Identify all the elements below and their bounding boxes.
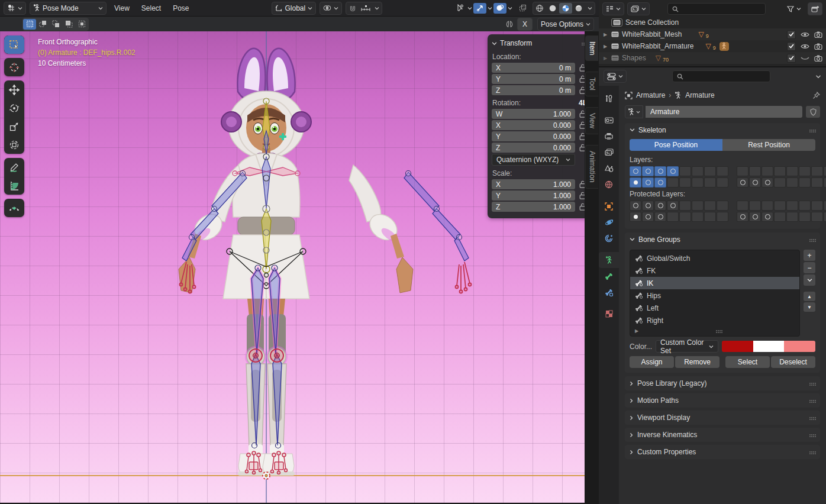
assign-button[interactable]: Assign [630,356,674,368]
expand-arrow-icon[interactable]: ▶ [602,44,608,49]
bone-group-specials-button[interactable] [804,274,815,286]
tool-scale[interactable] [4,117,24,135]
layer-toggle[interactable] [717,212,728,222]
outliner-filter-button[interactable] [783,2,805,15]
layer-toggle[interactable] [642,177,654,188]
select-mode-set-icon[interactable] [23,19,36,30]
layer-toggle[interactable] [786,177,798,188]
outliner-row-whiterabbit-mesh[interactable]: ▶ WhiteRabbit_Mesh ▽9 [599,28,826,40]
show-gizmos-icon[interactable] [473,3,486,14]
layer-toggle[interactable] [786,212,798,222]
layer-toggle[interactable] [762,212,773,222]
layer-toggle[interactable] [704,201,716,211]
layer-toggle[interactable] [667,166,679,176]
layer-toggle[interactable] [717,201,728,211]
layer-toggle[interactable] [774,212,786,222]
bone-group-item[interactable]: Hips [630,289,799,302]
outliner-row-shapes[interactable]: ▶ Shapes ▽70 [599,52,826,64]
layer-toggle[interactable] [654,177,666,188]
layer-toggle[interactable] [786,166,798,176]
tool-rotate[interactable] [4,99,24,117]
layer-toggle[interactable] [667,177,679,188]
breadcrumb-object[interactable]: Armature [636,91,665,99]
layer-toggle[interactable] [799,212,811,222]
tab-bone[interactable] [599,268,619,284]
tab-bone-constraints[interactable] [599,284,619,300]
rotation-x-field[interactable]: X0.000 [492,120,575,130]
pose-position-button[interactable]: Pose Position [630,139,722,151]
bone-groups-panel-header[interactable]: Bone Groups [625,232,820,246]
layer-toggle[interactable] [824,166,826,176]
scale-x-field[interactable]: X1.000 [492,179,575,189]
layer-toggle[interactable] [654,166,666,176]
scene-collection-row[interactable]: Scene Collection [599,17,826,28]
tab-object[interactable] [599,198,619,214]
layer-toggle[interactable] [704,212,716,222]
tool-measure[interactable] [4,176,24,195]
panel-grip[interactable] [809,239,811,240]
location-z-field[interactable]: Z0 m [492,85,575,95]
layer-toggle[interactable] [824,201,826,211]
layer-toggle[interactable] [737,201,748,211]
panel-grip[interactable] [809,417,811,418]
normal-color-swatch[interactable] [722,341,753,352]
panel-grip[interactable] [582,43,583,44]
tool-pose-breakdowner[interactable] [4,199,24,217]
editor-type-button[interactable] [4,2,26,15]
properties-options-dropdown[interactable] [815,75,821,79]
scale-y-field[interactable]: Y1.000 [492,190,575,201]
active-color-swatch[interactable] [784,341,815,352]
layer-toggle[interactable] [704,166,716,176]
remove-bone-group-button[interactable]: − [804,262,815,273]
datablock-name-field[interactable]: Armature [646,106,802,118]
list-expand-icon[interactable]: ▶ [635,328,638,334]
panel-motion-paths[interactable]: Motion Paths [625,393,820,408]
panel-custom-properties[interactable]: Custom Properties [625,445,820,459]
outliner-display-mode-button[interactable] [627,2,650,15]
eye-closed-icon[interactable] [801,55,809,62]
layer-toggle[interactable] [679,166,691,176]
panel-grip[interactable] [809,383,811,384]
menu-pose[interactable]: Pose [169,2,193,15]
select-button[interactable]: Select [725,356,770,368]
tool-move[interactable] [4,80,24,99]
layer-toggle[interactable] [692,166,704,176]
chevron-down-icon[interactable] [508,7,512,10]
eye-icon[interactable] [801,31,809,38]
shading-solid-icon[interactable] [546,3,559,14]
chevron-down-icon[interactable] [372,7,382,10]
rest-position-button[interactable]: Rest Position [722,139,815,151]
datablock-type-dropdown[interactable] [625,105,643,118]
bone-group-item[interactable]: Global/Switch [630,252,799,264]
panel-grip[interactable] [809,130,811,131]
transform-orientation-dropdown[interactable]: Global [272,2,317,15]
collection-checkbox[interactable] [787,54,796,63]
select-color-swatch[interactable] [753,341,785,352]
sidebar-tab-animation[interactable]: Animation [585,145,598,188]
rotation-y-field[interactable]: Y0.000 [492,131,575,141]
outliner-search-input[interactable] [682,4,749,14]
layer-toggle[interactable] [762,177,773,188]
new-collection-button[interactable] [808,2,822,15]
layer-toggle[interactable] [642,212,654,222]
sidebar-tab-tool[interactable]: Tool [585,72,598,96]
location-x-field[interactable]: X0 m [492,63,575,73]
breadcrumb-data[interactable]: Armature [685,91,714,99]
select-mode-extend-icon[interactable] [36,19,49,30]
sidebar-tab-item[interactable]: Item [585,35,598,61]
tab-tool[interactable] [599,91,619,106]
layer-toggle[interactable] [704,177,716,188]
layer-toggle[interactable] [774,166,786,176]
remove-button[interactable]: Remove [675,356,719,368]
panel-grip[interactable] [809,434,811,435]
tab-texture[interactable] [599,306,619,322]
layer-toggle[interactable] [774,201,786,211]
show-overlays-icon[interactable] [493,3,506,14]
pivot-point-dropdown[interactable] [320,2,342,15]
location-y-field[interactable]: Y0 m [492,74,575,84]
layer-toggle[interactable] [737,166,748,176]
panel-viewport-display[interactable]: Viewport Display [625,411,820,425]
layer-toggle[interactable] [679,212,691,222]
layer-toggle[interactable] [679,201,691,211]
layer-toggle[interactable] [749,201,761,211]
